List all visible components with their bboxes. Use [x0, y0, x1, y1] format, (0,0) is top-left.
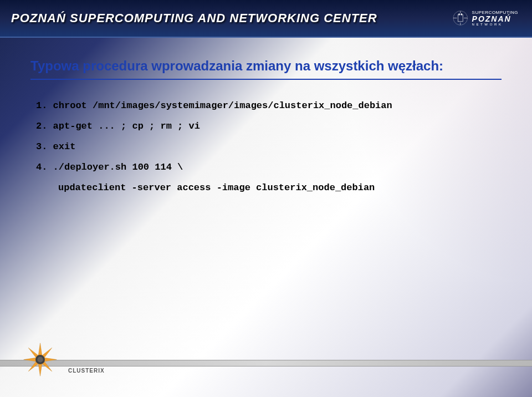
header-title: POZNAŃ SUPERCOMPUTING AND NETWORKING CEN… — [11, 11, 377, 26]
code-block: 1. chroot /mnt/images/systemimager/image… — [30, 96, 502, 197]
svg-marker-6 — [24, 358, 37, 362]
code-line-4: 4. ./deployer.sh 100 114 \ — [36, 158, 502, 177]
svg-rect-1 — [458, 14, 463, 22]
svg-point-13 — [37, 357, 43, 362]
svg-marker-5 — [38, 363, 42, 376]
footer: CLUSTERIX — [0, 328, 532, 397]
code-line-2: 2. apt-get ... ; cp ; rm ; vi — [36, 117, 502, 136]
svg-rect-3 — [461, 13, 462, 15]
logo-text-sub: N E T W O R K — [472, 23, 518, 26]
header-bar: POZNAŃ SUPERCOMPUTING AND NETWORKING CEN… — [0, 0, 532, 38]
svg-marker-7 — [44, 358, 57, 362]
svg-rect-2 — [459, 13, 460, 15]
header-logo: SUPERCOMPUTING POZNAŃ N E T W O R K — [452, 6, 518, 30]
title-underline — [30, 79, 502, 80]
slide-content: Typowa procedura wprowadzania zmiany na … — [0, 38, 532, 218]
code-line-3: 3. exit — [36, 138, 502, 156]
code-line-5: updateclient -server access -image clust… — [36, 179, 502, 197]
svg-marker-4 — [38, 343, 42, 356]
clusterix-label: CLUSTERIX — [68, 368, 105, 374]
slide-title: Typowa procedura wprowadzania zmiany na … — [30, 57, 502, 74]
poznan-emblem-icon — [452, 6, 469, 30]
header-logo-text: SUPERCOMPUTING POZNAŃ N E T W O R K — [472, 11, 518, 26]
logo-text-main: POZNAŃ — [472, 15, 518, 23]
clusterix-star-icon — [17, 336, 64, 383]
clusterix-logo: CLUSTERIX — [17, 336, 105, 383]
code-line-1: 1. chroot /mnt/images/systemimager/image… — [36, 96, 502, 115]
